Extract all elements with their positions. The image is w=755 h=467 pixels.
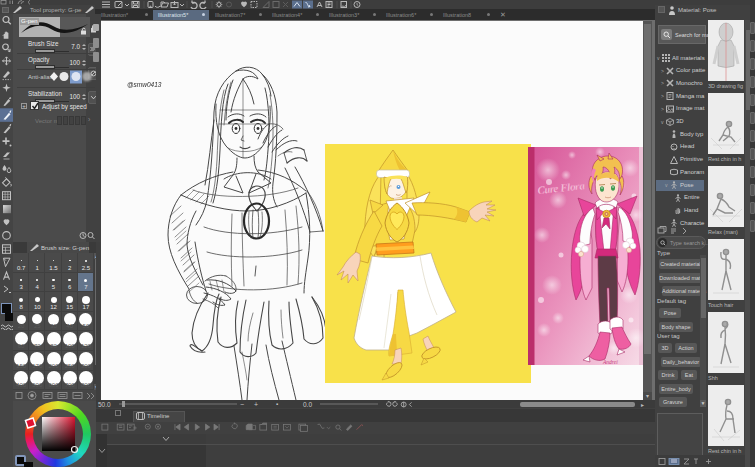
svg-text:Andrei: Andrei <box>602 359 618 365</box>
svg-text:@smw0413: @smw0413 <box>127 81 162 88</box>
